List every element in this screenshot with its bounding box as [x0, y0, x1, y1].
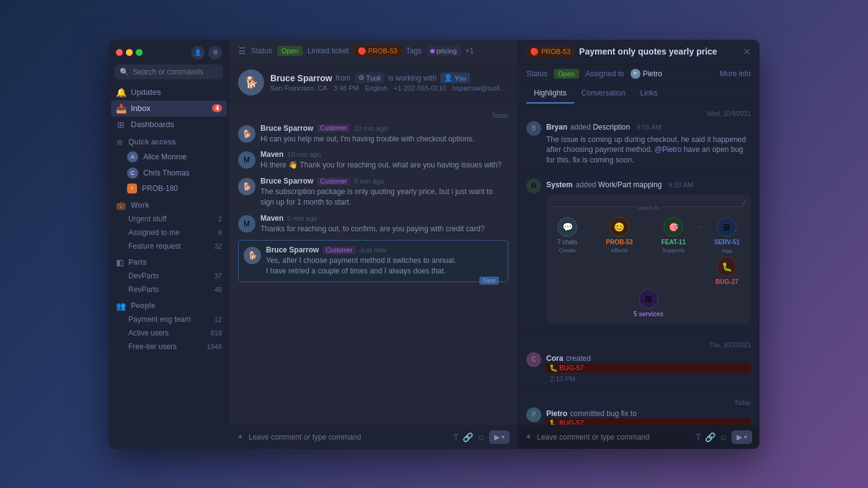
sidebar-item-updates[interactable]: 🔔 Updates: [111, 84, 227, 100]
user-meta: San Francisco, CA 3:48 PM English +1-202…: [270, 84, 505, 92]
user-icon[interactable]: 👤: [191, 46, 205, 60]
tab-links[interactable]: Links: [632, 84, 665, 104]
bug-icon: 🐛: [549, 364, 558, 372]
more-info-btn[interactable]: More info: [720, 69, 751, 78]
user-info-bar: 🐕 Bruce Sparrow from ⚙ Tuoli is working …: [229, 63, 517, 102]
sidebar-item-inbox[interactable]: 📥 Inbox 4: [111, 100, 227, 117]
status-badge[interactable]: Open: [277, 46, 303, 56]
star-icon: ☆: [116, 138, 123, 147]
tab-conversation[interactable]: Conversation: [574, 84, 633, 104]
activity-time: 9:55 AM: [637, 123, 662, 131]
assigned-to-label: Assigned to: [585, 69, 624, 78]
msg-sender: Maven: [260, 150, 283, 159]
work-section: 💼 Work: [111, 196, 227, 212]
qa-alice-label: Alice Monroe: [143, 153, 187, 161]
sidebar-item-active-users[interactable]: Active users 818: [111, 326, 227, 340]
titlebar: 👤 ⚙: [108, 40, 229, 64]
qa-prob180[interactable]: ! PROB-180: [111, 181, 227, 196]
rp-chat-input[interactable]: [537, 433, 691, 441]
msg-content: Bruce Sparrow Customer 10 min ago Hi can…: [260, 124, 508, 144]
rp-title: Payment only quotes yearly price: [579, 47, 738, 56]
activity-row: P Pietro committed bug fix to 🐛 BUG-57 7…: [526, 407, 751, 425]
chris-avatar: C: [127, 167, 138, 179]
rp-send-button[interactable]: ▶ ▾: [732, 430, 752, 444]
close-panel-btn[interactable]: ✕: [743, 46, 751, 58]
feat-node-icon: 🎯: [663, 217, 683, 237]
sidebar-item-feature[interactable]: Feature request 32: [111, 239, 227, 253]
qa-chris[interactable]: C Chris Thomas: [111, 165, 227, 181]
node-bug27: 🐛 BUG-27: [714, 257, 740, 285]
message-row: 🐕 Bruce Sparrow Customer 10 min ago Hi c…: [238, 124, 508, 144]
activity-actor: Pietro: [546, 409, 567, 418]
activity-body: Cora created 🐛 BUG-57 2:13 PM: [546, 352, 751, 384]
bug-node-icon: 🐛: [717, 257, 737, 277]
search-input[interactable]: [133, 68, 218, 76]
minimize-button[interactable]: [126, 49, 133, 56]
send-button[interactable]: ▶ ▾: [489, 430, 510, 444]
rp-format-btn[interactable]: T: [696, 432, 701, 442]
sidebar-item-payment-team[interactable]: Payment eng team 12: [111, 313, 227, 326]
node-feat11: 🎯 FEAT-11 Supports: [662, 217, 686, 254]
urgent-label: Urgent stuff: [128, 215, 167, 223]
msg-header: Maven 10 min ago: [260, 150, 508, 159]
sidebar-item-label: Dashboards: [131, 120, 174, 129]
sidebar-item-free-users[interactable]: Free-tier users 1948: [111, 340, 227, 353]
activity-actor: Cora: [546, 354, 563, 363]
msg-time: 5 min ago: [287, 215, 317, 222]
assigned-count: 8: [218, 229, 222, 236]
alice-avatar: A: [127, 151, 138, 162]
right-nodes: ⊞ SERV-51 Has 🐛 BUG-27: [714, 217, 740, 285]
connector-label: Supports: [662, 247, 684, 254]
chat-input[interactable]: [249, 433, 448, 441]
msg-text: Hi can you help me out, I'm having troub…: [260, 134, 508, 144]
rp-attach-btn[interactable]: 🔗: [705, 432, 715, 442]
activity-time: 9:33 AM: [668, 181, 693, 189]
chat-header-icon: ☰: [238, 46, 246, 56]
bug-icon: 🐛: [549, 419, 558, 425]
msg-text: The subscription package is only quoting…: [260, 187, 508, 208]
open-badge[interactable]: Open: [554, 69, 579, 79]
sidebar-item-devparts[interactable]: DevParts 37: [111, 269, 227, 283]
qa-alice[interactable]: A Alice Monroe: [111, 149, 227, 165]
qa-chris-label: Chris Thomas: [143, 169, 189, 177]
assigned-person: P Pietro: [631, 69, 662, 79]
node-label: SERV-51: [714, 239, 740, 246]
msg-avatar: M: [238, 215, 255, 233]
rp-header: 🔴 PROB-53 Payment only quotes yearly pri…: [518, 40, 760, 64]
user-avatar: 🐕: [238, 69, 264, 95]
search-box[interactable]: 🔍: [115, 64, 223, 79]
diagram-nodes: 💬 7 chats Create → 😊 PROB-53 Affects: [552, 217, 745, 285]
format-btn[interactable]: T: [453, 432, 459, 442]
sidebar-item-assigned[interactable]: Assigned to me 8: [111, 226, 227, 239]
payment-team-label: Payment eng team: [128, 315, 191, 324]
prob53-badge[interactable]: 🔴 PROB-53: [526, 47, 574, 57]
linked-ticket-badge[interactable]: 🔴 PROB-53: [354, 46, 401, 56]
sidebar-item-urgent[interactable]: Urgent stuff 2: [111, 212, 227, 226]
emoji-btn[interactable]: ☺: [477, 432, 485, 442]
payment-team-count: 12: [215, 316, 222, 323]
inbox-badge: 4: [212, 104, 222, 112]
rp-emoji-btn[interactable]: ☺: [719, 432, 728, 442]
activity-highlight: Description: [593, 123, 630, 131]
from-label: from: [336, 74, 351, 82]
settings-icon[interactable]: ⚙: [208, 46, 222, 60]
user-email: bsparrow@tuoli...: [452, 84, 505, 92]
chat-input-actions: T 🔗 ☺ ▶ ▾: [453, 430, 510, 444]
activity-actor: System: [546, 180, 573, 189]
tab-highlights[interactable]: Highlights: [526, 84, 574, 104]
node-label: PROB-53: [606, 239, 632, 246]
msg-avatar: M: [238, 151, 255, 169]
revparts-label: RevParts: [128, 285, 159, 294]
user-language: English: [365, 84, 388, 92]
attach-btn[interactable]: 🔗: [463, 432, 473, 442]
node-services: ⊞ 5 services: [634, 289, 663, 317]
close-button[interactable]: [116, 49, 123, 56]
sidebar-item-revparts[interactable]: RevParts 46: [111, 283, 227, 296]
pricing-tag[interactable]: pricing: [427, 46, 460, 56]
parts-section: ◧ Parts: [111, 253, 227, 269]
maximize-button[interactable]: [136, 49, 143, 56]
msg-text: Thanks for reaching out, to confirm, are…: [260, 224, 508, 234]
parts-icon: ◧: [116, 258, 123, 267]
sidebar-item-dashboards[interactable]: ⊞ Dashboards: [111, 117, 227, 133]
message-row: 🐕 Bruce Sparrow Customer 9 min ago The s…: [238, 177, 508, 208]
